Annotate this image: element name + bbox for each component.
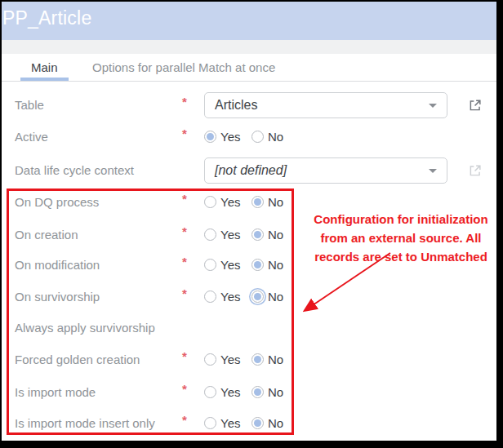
required-asterisk: * <box>182 349 187 363</box>
required-asterisk: * <box>182 286 187 300</box>
radio-button-icon[interactable] <box>204 417 216 429</box>
radio-no[interactable]: No <box>252 416 283 430</box>
dropdown-value: [not defined] <box>215 158 287 183</box>
field-row-active: Active * Yes No <box>2 124 496 150</box>
field-label: Active <box>15 124 48 150</box>
radio-button-icon[interactable] <box>252 291 264 303</box>
field-label: On DQ process <box>15 189 99 215</box>
header-spacer <box>2 40 496 54</box>
radio-button-icon[interactable] <box>252 196 264 208</box>
field-label: Data life cycle context <box>15 157 134 184</box>
chevron-down-icon <box>429 104 437 108</box>
radio-button-icon[interactable] <box>204 228 216 241</box>
external-link-icon[interactable] <box>468 163 483 178</box>
radio-button-icon[interactable] <box>204 196 216 208</box>
external-link-icon[interactable] <box>468 98 483 113</box>
field-label: Is import mode insert only <box>15 410 155 437</box>
radio-button-icon[interactable] <box>204 291 216 303</box>
radio-button-icon[interactable] <box>252 259 264 271</box>
required-asterisk: * <box>182 413 187 427</box>
required-asterisk: * <box>182 255 187 268</box>
radio-button-icon[interactable] <box>252 228 264 241</box>
radio-button-icon[interactable] <box>204 131 216 143</box>
required-asterisk: * <box>182 126 187 140</box>
radio-no[interactable]: No <box>252 195 283 209</box>
required-asterisk: * <box>182 95 187 109</box>
radio-yes[interactable]: Yes <box>204 228 240 242</box>
radio-yes[interactable]: Yes <box>204 353 240 366</box>
field-row-data-life-cycle-context: Data life cycle context [not defined] <box>2 157 496 184</box>
radio-yes[interactable]: Yes <box>204 385 240 399</box>
field-label: Is import mode <box>15 379 96 406</box>
tab-options-parallel-match[interactable]: Options for parallel Match at once <box>92 60 275 74</box>
radio-yes[interactable]: Yes <box>204 258 240 272</box>
tab-bar: Main Options for parallel Match at once <box>2 54 496 82</box>
annotation-line: Configuration for initialization <box>307 210 495 228</box>
radio-no[interactable]: No <box>252 228 283 242</box>
radio-button-icon[interactable] <box>252 353 264 366</box>
field-label: On modification <box>15 252 100 278</box>
tab-separator <box>2 81 496 82</box>
field-label: Table <box>15 92 44 118</box>
radio-button-icon[interactable] <box>204 386 216 398</box>
radio-button-icon[interactable] <box>204 259 216 271</box>
field-label: On survivorship <box>15 284 100 310</box>
field-label: Forced golden creation <box>15 347 140 373</box>
field-row-forced-golden-creation: Forced golden creation * Yes No <box>2 347 496 373</box>
annotation-line: from an external source. All <box>307 228 495 247</box>
table-dropdown[interactable]: Articles <box>204 92 447 118</box>
page-title: PP_Article <box>2 7 91 29</box>
radio-yes[interactable]: Yes <box>204 290 240 304</box>
radio-no[interactable]: No <box>252 258 283 272</box>
field-label: On creation <box>15 222 78 248</box>
field-label: Always apply survivorship <box>15 315 155 341</box>
tab-main[interactable]: Main <box>31 60 58 74</box>
radio-button-icon[interactable] <box>204 353 216 366</box>
annotation-note: Configuration for initialization from an… <box>307 210 495 266</box>
required-asterisk: * <box>182 382 187 396</box>
chevron-down-icon <box>429 169 437 173</box>
dropdown-value: Articles <box>215 93 257 118</box>
app-window: PP_Article Main Options for parallel Mat… <box>2 2 496 441</box>
field-row-on-survivorship: On survivorship * Yes No <box>2 284 496 310</box>
radio-button-icon[interactable] <box>252 131 264 143</box>
data-life-cycle-context-dropdown[interactable]: [not defined] <box>204 157 447 184</box>
field-row-table: Table * Articles <box>2 92 496 118</box>
field-row-always-apply-survivorship: Always apply survivorship <box>2 315 496 341</box>
annotation-line: records are set to Unmatched <box>307 247 495 266</box>
radio-no[interactable]: No <box>252 385 283 399</box>
field-row-is-import-mode-insert-only: Is import mode insert only * Yes No <box>2 410 496 437</box>
field-row-is-import-mode: Is import mode * Yes No <box>2 379 496 406</box>
required-asterisk: * <box>182 224 187 238</box>
radio-yes[interactable]: Yes <box>204 195 240 209</box>
radio-no[interactable]: No <box>252 353 283 366</box>
radio-yes[interactable]: Yes <box>204 416 240 430</box>
radio-yes[interactable]: Yes <box>204 130 240 144</box>
radio-no[interactable]: No <box>252 130 283 144</box>
radio-button-icon[interactable] <box>252 386 264 398</box>
radio-no[interactable]: No <box>252 290 283 304</box>
radio-button-icon[interactable] <box>252 417 264 429</box>
title-bar: PP_Article <box>2 2 496 40</box>
required-asterisk: * <box>182 192 187 206</box>
